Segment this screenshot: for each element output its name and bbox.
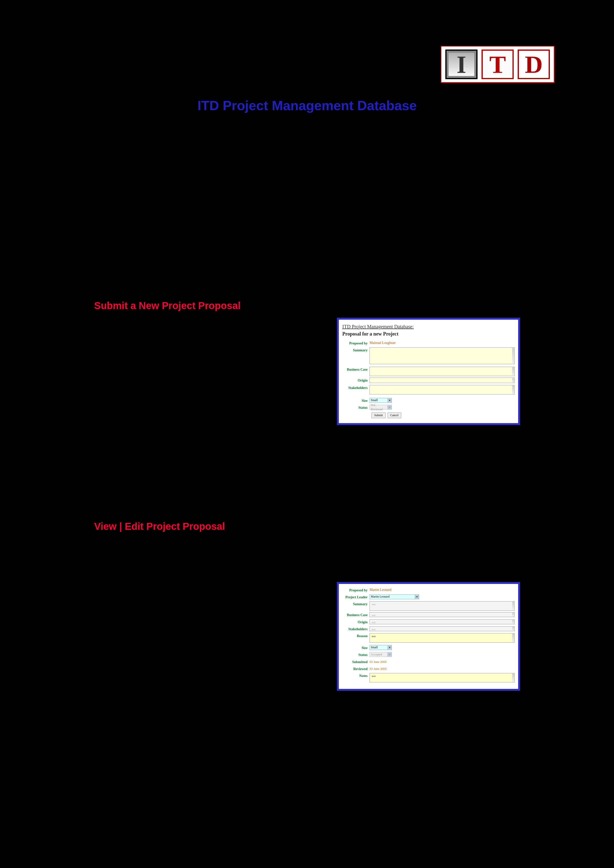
label-notes: Notes xyxy=(342,673,370,682)
label-business-case-2: Business Case xyxy=(342,612,370,618)
label-reason: Reason xyxy=(342,633,370,643)
intro-para-3: These pages describe the various parts o… xyxy=(94,211,520,248)
label-stakeholders-2: Stakeholders xyxy=(342,626,370,632)
logo-letter-d: D xyxy=(518,50,550,79)
label-summary-2: Summary xyxy=(342,601,370,611)
logo-letter-t: T xyxy=(482,50,514,79)
label-status: Status xyxy=(342,405,370,410)
cancel-button[interactable]: Cancel xyxy=(388,412,401,418)
select-status-2: Accepted▾ xyxy=(370,652,392,657)
input-stakeholders[interactable] xyxy=(370,385,515,394)
input-summary-2[interactable]: test xyxy=(370,601,515,611)
section-submit-heading: Submit a New Project Proposal xyxy=(94,298,520,313)
label-size: Size xyxy=(342,398,370,403)
intro-para-4: Regardless of your role, when you click … xyxy=(94,254,520,291)
label-summary: Summary xyxy=(342,347,370,364)
value-proposed-by: Mairead Loughran xyxy=(370,341,396,346)
label-status-2: Status xyxy=(342,652,370,657)
label-origin: Origin xyxy=(342,378,370,383)
chevron-down-icon: ▾ xyxy=(388,653,392,656)
label-size-2: Size xyxy=(342,645,370,651)
chevron-down-icon: ▾ xyxy=(388,646,392,649)
section-view-edit-heading: View | Edit Project Proposal xyxy=(94,519,520,533)
input-business-case[interactable] xyxy=(370,367,515,376)
input-origin[interactable] xyxy=(370,378,515,383)
label-proposed-by: Proposed by xyxy=(342,341,370,346)
input-notes[interactable]: test xyxy=(370,673,515,682)
select-size[interactable]: Small▾ xyxy=(370,398,392,403)
form-title-link[interactable]: ITD Project Management Database: xyxy=(342,323,515,330)
label-reviewed: Reviewed xyxy=(342,666,370,671)
chevron-down-icon: ▾ xyxy=(388,398,392,402)
input-summary[interactable] xyxy=(370,347,515,364)
select-size-2[interactable]: Small▾ xyxy=(370,645,392,650)
logo-letter-i: I xyxy=(445,50,477,79)
input-reason[interactable]: test xyxy=(370,633,515,643)
submit-button[interactable]: Submit xyxy=(372,412,385,418)
label-submitted: Submitted xyxy=(342,659,370,665)
page-title: ITD Project Management Database xyxy=(92,98,522,113)
select-project-leader[interactable]: Martin Leonard▾ xyxy=(370,594,419,599)
label-proposed-by-2: Proposed by xyxy=(342,587,370,593)
screenshot-new-proposal: ITD Project Management Database: Proposa… xyxy=(337,318,520,425)
chevron-down-icon: ▾ xyxy=(388,405,392,409)
input-business-case-2[interactable]: test xyxy=(370,612,515,617)
sec2-para-before: The ability to edit a project proposal r… xyxy=(94,538,520,575)
label-project-leader: Project Leader xyxy=(342,594,370,600)
input-origin-2[interactable]: test xyxy=(370,619,515,624)
label-business-case: Business Case xyxy=(342,367,370,376)
sec2-para-3: Click the "Update" button to save any ch… xyxy=(94,693,520,730)
label-stakeholders: Stakeholders xyxy=(342,385,370,394)
value-proposed-by-2: Martin Leonard xyxy=(370,587,391,593)
intro-para-1: Your access to this application is contr… xyxy=(94,124,520,160)
value-reviewed: 03 June 2005 xyxy=(370,666,387,671)
form-title-bold: Proposal for a new Project xyxy=(342,330,515,338)
input-stakeholders-2[interactable]: test xyxy=(370,626,515,631)
select-status-disabled: Not Reviewed▾ xyxy=(370,405,392,410)
screenshot-edit-proposal: Proposed by Martin Leonard Project Leade… xyxy=(337,582,520,691)
label-origin-2: Origin xyxy=(342,619,370,625)
chevron-down-icon: ▾ xyxy=(415,595,419,599)
sec1-para-3: From the Summary of Project Proposals pa… xyxy=(94,454,520,502)
value-submitted: 03 June 2005 xyxy=(370,659,387,665)
itd-logo: I T D xyxy=(441,46,555,83)
intro-para-2: Access to the various parts of the appli… xyxy=(94,167,520,204)
sec2-para-4: If you are viewing a proposal from the "… xyxy=(94,737,520,761)
